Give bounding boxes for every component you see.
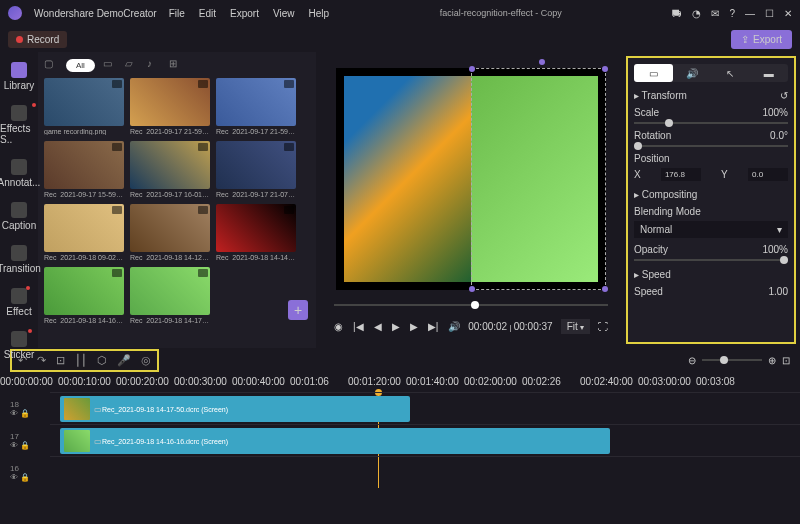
reset-icon[interactable]: ↺ xyxy=(780,90,788,101)
timeline-ruler[interactable]: 00:00:00:0000:00:10:0000:00:20:0000:00:3… xyxy=(0,372,800,392)
split-icon[interactable]: ⎮⎮ xyxy=(75,354,87,367)
fit-dropdown[interactable]: Fit ▾ xyxy=(561,319,590,334)
crop-icon[interactable]: ⊡ xyxy=(56,354,65,367)
handle-tr[interactable] xyxy=(602,66,608,72)
zoom-in-icon[interactable]: ⊕ xyxy=(768,355,776,366)
selection-box[interactable] xyxy=(471,68,606,290)
cart-icon[interactable]: ⛟ xyxy=(672,8,682,19)
folder-icon[interactable]: ▢ xyxy=(44,58,58,72)
add-media-button[interactable]: + xyxy=(288,300,308,320)
track-row[interactable]: 16👁 🔒 xyxy=(50,456,800,488)
opacity-slider[interactable] xyxy=(634,259,788,261)
sidebar-caption[interactable]: Caption xyxy=(2,202,36,231)
video-badge-icon xyxy=(112,80,122,88)
prop-tab-audio[interactable]: 🔊 xyxy=(673,64,712,82)
thumb-image xyxy=(44,141,124,189)
preview-progress[interactable] xyxy=(334,298,608,312)
maximize-icon[interactable]: ☐ xyxy=(765,8,774,19)
video-badge-icon xyxy=(198,206,208,214)
sidebar-sticker[interactable]: Sticker xyxy=(4,331,35,360)
sidebar-library[interactable]: Library xyxy=(4,62,35,91)
prop-tab-video[interactable]: ▭ xyxy=(634,64,673,82)
sidebar-effect[interactable]: Effect xyxy=(6,288,31,317)
rotation-slider[interactable] xyxy=(634,145,788,147)
user-icon[interactable]: ◔ xyxy=(692,8,701,19)
track-row[interactable]: 18👁 🔒▭ Rec_2021-09-18 14-17-50.dcrc (Scr… xyxy=(50,392,800,424)
thumb-image xyxy=(130,204,210,252)
tab-audio-icon[interactable]: ♪ xyxy=(147,58,161,72)
thumb-image xyxy=(44,78,124,126)
time-display: 00:00:02 | 00:00:37 xyxy=(468,321,552,332)
marker-icon[interactable]: ⬡ xyxy=(97,354,107,367)
snapshot-icon[interactable]: ◉ xyxy=(334,321,343,332)
sidebar-transition[interactable]: Transition xyxy=(0,245,41,274)
y-input[interactable] xyxy=(748,168,788,181)
handle-rotate[interactable] xyxy=(539,59,545,65)
fullscreen-icon[interactable]: ⛶ xyxy=(598,321,608,332)
handle-bl[interactable] xyxy=(469,286,475,292)
menu-view[interactable]: View xyxy=(273,8,295,19)
handle-tl[interactable] xyxy=(469,66,475,72)
thumbnail[interactable]: Rec_2021-09-17 21-07-10... xyxy=(216,141,296,198)
record-button[interactable]: Record xyxy=(8,31,67,48)
compositing-title[interactable]: ▸ Compositing xyxy=(634,189,697,200)
ruler-tick: 00:00:40:00 xyxy=(232,376,285,387)
zoom-slider[interactable] xyxy=(702,359,762,361)
x-input[interactable] xyxy=(661,168,701,181)
thumbnail[interactable]: Rec_2021-09-18 14-16-16... xyxy=(44,267,124,324)
tab-all[interactable]: All xyxy=(66,59,95,72)
settings-icon[interactable]: ◎ xyxy=(141,354,151,367)
timeline-tracks: 18👁 🔒▭ Rec_2021-09-18 14-17-50.dcrc (Scr… xyxy=(0,392,800,488)
prev-icon[interactable]: |◀ xyxy=(353,321,364,332)
record-icon xyxy=(16,36,23,43)
thumbnail[interactable]: Rec_2021-09-18 14-12-23... xyxy=(130,204,210,261)
scale-slider[interactable] xyxy=(634,122,788,124)
transform-title[interactable]: ▸ Transform xyxy=(634,90,687,101)
prop-tab-annotate[interactable]: ▬ xyxy=(750,64,789,82)
close-icon[interactable]: ✕ xyxy=(784,8,792,19)
redo-icon[interactable]: ↷ xyxy=(37,354,46,367)
blend-select[interactable]: Normal▾ xyxy=(634,221,788,238)
minimize-icon[interactable]: — xyxy=(745,8,755,19)
step-back-icon[interactable]: ◀ xyxy=(374,321,382,332)
ruler-tick: 00:01:20:00 xyxy=(348,376,401,387)
thumbnail[interactable]: Rec_2021-09-17 15-59-33... xyxy=(44,141,124,198)
thumbnail[interactable]: Rec_2021-09-18 14-17-50... xyxy=(130,267,210,324)
sidebar-effectss[interactable]: Effects S.. xyxy=(0,105,38,145)
menu-file[interactable]: File xyxy=(169,8,185,19)
help-icon[interactable]: ? xyxy=(729,8,735,19)
sidebar-annotat[interactable]: Annotat... xyxy=(0,159,40,188)
preview-canvas[interactable] xyxy=(336,68,606,290)
sidebar-label: Library xyxy=(4,80,35,91)
menu-help[interactable]: Help xyxy=(308,8,329,19)
play-icon[interactable]: ▶ xyxy=(392,321,400,332)
thumb-label: Rec_2021-09-18 14-14-47... xyxy=(216,254,296,261)
thumbnail[interactable]: Rec_2021-09-18 09-02-03... xyxy=(44,204,124,261)
thumbnail[interactable]: Rec_2021-09-18 14-14-47... xyxy=(216,204,296,261)
timeline-clip[interactable]: ▭ Rec_2021-09-18 14-17-50.dcrc (Screen) xyxy=(60,396,410,422)
mail-icon[interactable]: ✉ xyxy=(711,8,719,19)
timeline-clip[interactable]: ▭ Rec_2021-09-18 14-16-16.dcrc (Screen) xyxy=(60,428,610,454)
video-badge-icon xyxy=(284,80,294,88)
mic-icon[interactable]: 🎤 xyxy=(117,354,131,367)
zoom-out-icon[interactable]: ⊖ xyxy=(688,355,696,366)
track-row[interactable]: 17👁 🔒▭ Rec_2021-09-18 14-16-16.dcrc (Scr… xyxy=(50,424,800,456)
next-icon[interactable]: ▶| xyxy=(428,321,439,332)
menu-export[interactable]: Export xyxy=(230,8,259,19)
thumbnail[interactable]: Rec_2021-09-17 16-01-54... xyxy=(130,141,210,198)
thumbnail[interactable]: game recording.png xyxy=(44,78,124,135)
tab-more-icon[interactable]: ⊞ xyxy=(169,58,183,72)
tab-video-icon[interactable]: ▭ xyxy=(103,58,117,72)
speed-title[interactable]: ▸ Speed xyxy=(634,269,671,280)
tab-image-icon[interactable]: ▱ xyxy=(125,58,139,72)
volume-icon[interactable]: 🔊 xyxy=(448,321,460,332)
handle-br[interactable] xyxy=(602,286,608,292)
thumb-label: Rec_2021-09-18 14-12-23... xyxy=(130,254,210,261)
export-button[interactable]: ⇪ Export xyxy=(731,30,792,49)
prop-tab-cursor[interactable]: ↖ xyxy=(711,64,750,82)
step-fwd-icon[interactable]: ▶ xyxy=(410,321,418,332)
thumbnail[interactable]: Rec_2021-09-17 21-59-57... xyxy=(216,78,296,135)
zoom-fit-icon[interactable]: ⊡ xyxy=(782,355,790,366)
thumbnail[interactable]: Rec_2021-09-17 21-59-57... xyxy=(130,78,210,135)
menu-edit[interactable]: Edit xyxy=(199,8,216,19)
